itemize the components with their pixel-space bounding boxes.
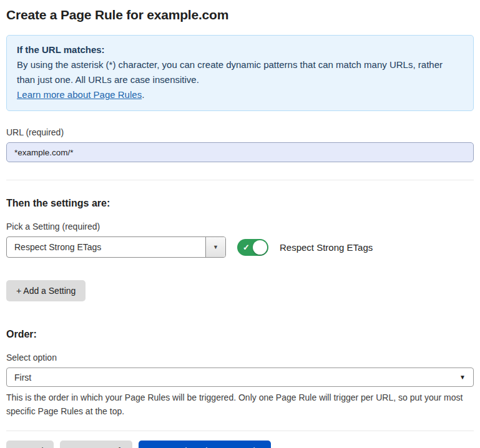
- etags-toggle[interactable]: ✓: [237, 239, 268, 256]
- info-box-body: By using the asterisk (*) character, you…: [17, 57, 463, 87]
- link-suffix: .: [142, 89, 144, 100]
- order-heading: Order:: [6, 329, 474, 340]
- setting-dropdown[interactable]: Respect Strong ETags ▼: [6, 236, 226, 258]
- order-select-label: Select option: [6, 353, 474, 363]
- cancel-button[interactable]: Cancel: [6, 441, 54, 448]
- order-select-value: First: [14, 373, 31, 382]
- page-title: Create a Page Rule for example.com: [6, 7, 474, 22]
- info-box-link-row: Learn more about Page Rules.: [17, 87, 463, 102]
- footer-actions: Cancel Save as Draft Save and Deploy Pag…: [6, 431, 474, 448]
- order-select[interactable]: First ▼: [6, 368, 474, 387]
- check-icon: ✓: [243, 243, 250, 252]
- url-input[interactable]: [6, 142, 474, 162]
- chevron-down-icon: ▼: [213, 245, 218, 250]
- divider: [6, 180, 474, 180]
- info-box-heading: If the URL matches:: [17, 42, 463, 57]
- setting-dropdown-value: Respect Strong ETags: [7, 237, 205, 257]
- add-setting-button[interactable]: + Add a Setting: [6, 280, 86, 301]
- etags-toggle-label: Respect Strong ETags: [280, 242, 373, 253]
- url-label: URL (required): [6, 127, 474, 137]
- learn-more-link[interactable]: Learn more about Page Rules: [17, 89, 142, 100]
- save-deploy-button[interactable]: Save and Deploy Page Rule: [139, 441, 271, 448]
- pick-setting-label: Pick a Setting (required): [6, 222, 474, 231]
- toggle-knob: [253, 240, 267, 255]
- order-help-text: This is the order in which your Page Rul…: [6, 391, 468, 418]
- etags-toggle-group: ✓ Respect Strong ETags: [237, 239, 373, 256]
- url-match-info-box: If the URL matches: By using the asteris…: [6, 35, 474, 111]
- save-draft-button[interactable]: Save as Draft: [60, 441, 133, 448]
- settings-heading: Then the settings are:: [6, 198, 474, 209]
- setting-row: Respect Strong ETags ▼ ✓ Respect Strong …: [6, 236, 474, 258]
- chevron-down-icon: ▼: [459, 374, 466, 381]
- create-page-rule-form: Create a Page Rule for example.com If th…: [0, 0, 480, 448]
- setting-dropdown-caret-button[interactable]: ▼: [205, 237, 225, 257]
